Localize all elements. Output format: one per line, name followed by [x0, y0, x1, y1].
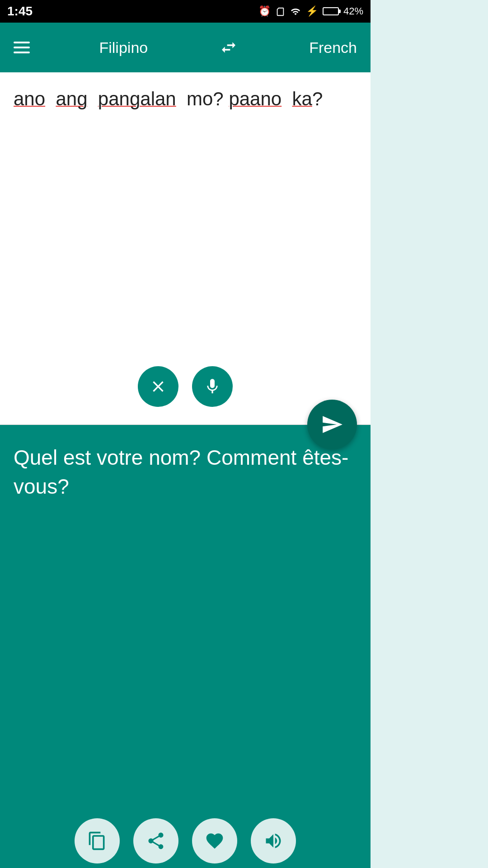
menu-button[interactable] [14, 42, 30, 53]
microphone-button[interactable] [192, 366, 233, 407]
share-button[interactable] [133, 818, 178, 863]
sim-icon [275, 5, 285, 17]
clear-button[interactable] [138, 366, 178, 407]
output-area: Quel est votre nom? Comment êtes-vous? [0, 425, 371, 868]
status-icons: ⏰ ⚡ 42% [258, 5, 363, 17]
time-display: 1:45 [7, 4, 33, 19]
source-language[interactable]: Filipino [99, 39, 148, 57]
battery-percent: 42% [343, 5, 363, 17]
toolbar: Filipino French [0, 23, 371, 72]
favorite-button[interactable] [192, 818, 237, 863]
send-translate-button[interactable] [307, 400, 357, 449]
word-paano: paano [229, 88, 282, 109]
swap-languages-button[interactable] [217, 38, 240, 57]
input-area: ano ang pangalan mo? paano ka? [0, 72, 371, 425]
signal-icon [290, 5, 301, 17]
word-pangalan: pangalan [98, 88, 176, 109]
output-controls [0, 809, 371, 868]
word-ano: ano [14, 88, 45, 109]
alarm-icon: ⏰ [258, 5, 271, 17]
speaker-button[interactable] [251, 818, 296, 863]
output-text: Quel est votre nom? Comment êtes-vous? [14, 443, 357, 760]
word-ang: ang [56, 88, 87, 109]
battery-icon [323, 7, 339, 15]
word-ka: ka [292, 88, 312, 109]
copy-button[interactable] [75, 818, 120, 863]
input-controls [14, 357, 357, 411]
status-bar: 1:45 ⏰ ⚡ 42% [0, 0, 371, 23]
charge-icon: ⚡ [306, 5, 318, 17]
target-language[interactable]: French [309, 39, 357, 57]
input-text[interactable]: ano ang pangalan mo? paano ka? [14, 86, 357, 357]
